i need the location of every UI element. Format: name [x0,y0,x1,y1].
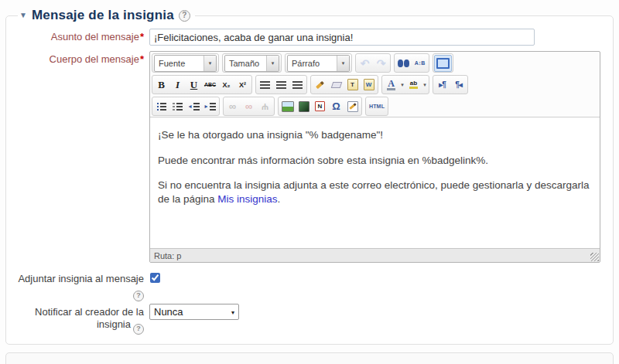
align-left-icon [260,81,270,89]
numbered-list-button[interactable] [169,99,186,114]
format-group: Párrafo ▾ [285,53,352,73]
html-group: HTML [365,97,388,116]
subject-input[interactable] [149,29,535,46]
redo-button[interactable]: ↷ [373,56,389,71]
notify-row: Notificar al creador de la insignia? Nun… [8,304,607,333]
attach-help-icon[interactable]: ? [133,291,144,301]
editor-content-area[interactable]: ¡Se le ha otorgado una insignia "% badge… [150,117,600,248]
cleanup-button[interactable] [312,77,328,93]
bold-icon: B [158,79,165,91]
undo-button[interactable]: ↶ [357,56,373,71]
bullet-list-button[interactable] [153,99,169,114]
align-center-icon [276,81,286,89]
mis-insignias-link[interactable]: Mis insignias [217,193,277,205]
insert-media-button[interactable] [296,99,312,114]
paragraph-text: ¡Se le ha otorgado una insignia "% badge… [158,129,383,141]
toolbar-row-2: B I U ABC X₂ X² T [150,73,600,95]
outdent-icon: ◂ [188,103,199,111]
caret-glyph: ▾ [342,60,345,66]
paste-word-icon: W [364,79,374,90]
anchor-icon: Ψ [262,102,268,111]
bold-button[interactable]: B [153,77,169,93]
toolbar-row-3: ◂ ▸ ∞ ∞ Ψ N Ω [150,95,600,117]
subject-control [149,29,607,46]
indent-icon: ▸ [204,103,215,111]
align-right-button[interactable] [289,77,306,93]
html-icon: HTML [369,104,385,109]
ltr-button[interactable]: ▸¶ [434,77,450,93]
remove-format-button[interactable] [328,77,344,93]
paste-text-button[interactable]: T [344,77,361,93]
notify-control: Nunca ▾ [149,304,607,333]
background-color-button[interactable]: ab [405,77,422,93]
insert-link-button[interactable]: ∞ [224,99,241,114]
chevron-down-icon: ▾ [266,56,279,71]
nonbreaking-button[interactable]: N [312,99,328,114]
subscript-button[interactable]: X₂ [218,77,234,93]
font-family-value: Fuente [155,56,203,71]
subject-label-text: Asunto del mensaje [51,31,139,43]
unlink-button[interactable]: ∞ [241,99,257,114]
align-left-button[interactable] [257,77,273,93]
notify-help-icon[interactable]: ? [133,324,144,335]
font-family-select[interactable]: Fuente ▾ [154,55,217,72]
superscript-icon: X² [239,81,246,89]
body-label: Cuerpo del mensaje* [8,51,149,263]
editor-status-bar: Ruta: p [150,248,600,262]
italic-icon: I [176,79,180,91]
indent-arrow: ▸ [204,104,207,110]
section-header[interactable]: ▼ Mensaje de la insignia ? [18,8,195,23]
attach-label: Adjuntar insignia al mensaje? [8,270,149,300]
attach-badge-checkbox[interactable] [150,273,160,283]
font-size-select[interactable]: Tamaño ▾ [224,55,279,72]
collapse-triangle-icon[interactable]: ▼ [19,12,27,19]
body-control: Fuente ▾ Tamaño ▾ Párrafo ▾ [149,51,607,263]
undo-icon: ↶ [361,58,370,69]
required-asterisk: * [140,53,144,65]
paragraph-text: Puede encontrar más información sobre es… [158,155,488,166]
html-source-button[interactable]: HTML [367,99,387,114]
outdent-arrow: ◂ [188,104,191,110]
section-title: Mensaje de la insignia [32,8,174,23]
caret-glyph: ▾ [272,60,275,66]
notify-creator-select[interactable]: Nunca [149,304,239,320]
caret-glyph: ▾ [209,60,212,66]
rtl-button[interactable]: ¶◂ [450,77,467,93]
text-style-group: B I U ABC X₂ X² [152,75,252,94]
find-button[interactable] [395,56,412,71]
find-replace-button[interactable]: A↕B [412,56,428,71]
indent-button[interactable]: ▸ [202,99,218,114]
paste-word-button[interactable]: W [361,77,377,93]
italic-button[interactable]: I [169,77,186,93]
form-actions-section: Guardar cambios Cancelar [5,352,614,364]
resize-handle[interactable] [590,253,599,261]
align-center-button[interactable] [273,77,289,93]
strikethrough-button[interactable]: ABC [202,77,218,93]
insert-image-button[interactable] [279,99,296,114]
insert-group: N Ω [278,97,362,116]
edit-button[interactable] [344,99,361,114]
background-color-icon: ab [409,80,418,90]
attach-control [149,270,607,300]
bullet-list-icon [157,103,166,111]
background-color-caret-icon[interactable]: ▾ [422,82,428,88]
text-color-caret-icon[interactable]: ▾ [399,82,405,88]
editor-paragraph: Si no encuentra la insignia adjunta a es… [158,179,592,206]
underline-icon: U [190,79,197,91]
text-color-button[interactable]: A [383,77,399,93]
paragraph-format-select[interactable]: Párrafo ▾ [287,55,350,72]
outdent-button[interactable]: ◂ [186,99,202,114]
subscript-icon: X₂ [222,81,230,89]
clean-paste-group: T W [310,75,378,94]
anchor-button[interactable]: Ψ [257,99,273,114]
chevron-down-icon: ▾ [337,56,349,71]
toolbar-row-1: Fuente ▾ Tamaño ▾ Párrafo ▾ [150,52,600,73]
size-group: Tamaño ▾ [222,53,282,73]
special-char-button[interactable]: Ω [328,99,344,114]
underline-button[interactable]: U [186,77,202,93]
fullscreen-button[interactable] [434,55,452,72]
section-help-icon[interactable]: ? [179,10,190,22]
subject-row: Asunto del mensaje* [8,29,607,46]
superscript-button[interactable]: X² [234,77,251,93]
text-color-icon: A [387,79,395,90]
